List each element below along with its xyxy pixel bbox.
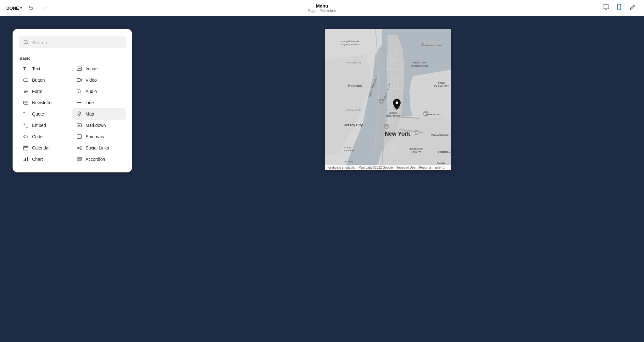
widget-item-markdown[interactable]: M Markdown bbox=[72, 120, 126, 131]
desktop-view-button[interactable] bbox=[601, 2, 611, 14]
undo-button[interactable] bbox=[26, 3, 36, 13]
svg-text:New York: New York bbox=[385, 131, 410, 137]
page-subtitle: Page · Published bbox=[308, 8, 336, 13]
widget-label-social-links: Social Links bbox=[86, 145, 109, 150]
svg-text:NAL SQUARE: NAL SQUARE bbox=[347, 109, 361, 111]
svg-text:MIDTOWN: MIDTOWN bbox=[413, 61, 426, 64]
done-label: DONE bbox=[6, 6, 19, 11]
search-box[interactable] bbox=[19, 36, 126, 48]
svg-rect-34 bbox=[25, 158, 26, 161]
svg-point-6 bbox=[78, 68, 79, 68]
social-links-icon bbox=[76, 145, 82, 150]
widget-label-audio: Audio bbox=[86, 89, 97, 94]
desktop-icon bbox=[602, 4, 609, 11]
widget-item-button[interactable]: Button bbox=[19, 74, 72, 86]
map-attribution: Keyboard shortcuts Map data ©2022 Google… bbox=[325, 165, 451, 170]
terms-link[interactable]: Terms of Use bbox=[397, 166, 415, 169]
svg-text:WILLIAMSBURG: WILLIAMSBURG bbox=[431, 134, 449, 136]
widget-label-form: Form bbox=[32, 89, 42, 94]
svg-text:State Park: State Park bbox=[344, 149, 355, 152]
summary-icon bbox=[76, 134, 82, 139]
svg-text:LOWER: LOWER bbox=[389, 112, 397, 114]
search-input[interactable] bbox=[32, 40, 121, 45]
svg-text:LONG: LONG bbox=[438, 82, 445, 84]
widget-label-button: Button bbox=[32, 78, 45, 83]
svg-rect-0 bbox=[603, 5, 609, 9]
widget-item-image[interactable]: Image bbox=[72, 63, 126, 74]
widget-label-text: Text bbox=[32, 66, 40, 71]
main-area: Basic T Text Image B bbox=[0, 16, 644, 342]
svg-rect-7 bbox=[24, 79, 28, 81]
widget-label-chart: Chart bbox=[32, 157, 43, 162]
map-svg: 78 9A 278 495 Intrepid Sea, Air & Space … bbox=[325, 29, 451, 170]
svg-text:Intrepid Sea, Air: Intrepid Sea, Air bbox=[341, 40, 359, 43]
undo-icon bbox=[28, 5, 34, 11]
svg-point-30 bbox=[80, 149, 81, 150]
widget-item-accordion[interactable]: Accordion bbox=[72, 154, 126, 165]
chart-icon bbox=[23, 157, 29, 162]
done-chevron-icon: ▾ bbox=[20, 6, 22, 10]
widget-grid: T Text Image Button bbox=[19, 63, 126, 165]
widget-label-video: Video bbox=[86, 78, 97, 83]
svg-text:": " bbox=[23, 111, 25, 116]
widget-item-summary[interactable]: Summary bbox=[72, 131, 126, 142]
mobile-view-button[interactable] bbox=[614, 2, 625, 14]
form-icon bbox=[23, 89, 29, 94]
svg-text:GREENPOINT: GREENPOINT bbox=[426, 113, 441, 116]
map-container: 78 9A 278 495 Intrepid Sea, Air & Space … bbox=[325, 29, 451, 170]
widget-label-line: Line bbox=[86, 100, 94, 105]
svg-text:Liberty: Liberty bbox=[344, 146, 351, 149]
widget-label-accordion: Accordion bbox=[86, 157, 105, 162]
svg-text:Jersey City: Jersey City bbox=[344, 123, 363, 127]
widget-item-newsletter[interactable]: Newsletter bbox=[19, 97, 72, 108]
image-icon bbox=[76, 66, 82, 71]
svg-text:Hoboken: Hoboken bbox=[348, 84, 362, 88]
widget-item-calendar[interactable]: Calendar bbox=[19, 142, 72, 154]
topbar: DONE ▾ Menu Page · Published bbox=[0, 0, 644, 16]
svg-text:ISLAND CITY: ISLAND CITY bbox=[434, 85, 449, 87]
redo-button[interactable] bbox=[40, 3, 50, 13]
calendar-icon bbox=[23, 145, 29, 150]
redo-icon bbox=[42, 5, 48, 11]
svg-text:BROOKLYN: BROOKLYN bbox=[437, 150, 451, 154]
svg-text:BROOKLYN: BROOKLYN bbox=[410, 148, 422, 150]
widget-item-line[interactable]: Line bbox=[72, 97, 126, 108]
code-icon bbox=[23, 134, 29, 139]
widget-item-code[interactable]: Code bbox=[19, 131, 72, 142]
svg-point-3 bbox=[24, 40, 27, 44]
topbar-right bbox=[601, 2, 638, 14]
widget-label-quote: Quote bbox=[32, 111, 44, 117]
button-icon bbox=[23, 78, 29, 83]
error-link[interactable]: Report a map error bbox=[419, 166, 445, 169]
svg-text:9A: 9A bbox=[385, 125, 388, 128]
embed-icon bbox=[23, 123, 29, 128]
widget-panel: Basic T Text Image B bbox=[13, 29, 132, 172]
pen-button[interactable] bbox=[627, 2, 638, 14]
markdown-icon: M bbox=[76, 123, 82, 128]
widget-item-audio[interactable]: ♪ Audio bbox=[72, 86, 126, 97]
topbar-center: Menu Page · Published bbox=[308, 3, 336, 13]
newsletter-icon bbox=[23, 100, 29, 105]
widget-item-video[interactable]: Video bbox=[72, 74, 126, 86]
done-button[interactable]: DONE ▾ bbox=[6, 6, 22, 11]
widget-item-chart[interactable]: Chart bbox=[19, 154, 72, 165]
widget-item-text[interactable]: T Text bbox=[19, 63, 72, 74]
widget-item-social-links[interactable]: Social Links bbox=[72, 142, 126, 154]
text-icon: T bbox=[23, 66, 29, 71]
svg-point-17 bbox=[79, 113, 80, 114]
widget-label-summary: Summary bbox=[86, 134, 104, 139]
keyboard-shortcuts-link[interactable]: Keyboard shortcuts bbox=[328, 166, 355, 169]
svg-text:Rockefeller Center: Rockefeller Center bbox=[422, 44, 443, 47]
section-header-basic: Basic bbox=[19, 56, 126, 61]
widget-item-map[interactable]: Map bbox=[72, 108, 126, 120]
widget-item-form[interactable]: Form bbox=[19, 86, 72, 97]
svg-rect-14 bbox=[24, 101, 28, 104]
pen-icon bbox=[629, 4, 636, 11]
svg-text:MANHATTAN: MANHATTAN bbox=[411, 64, 428, 67]
widget-label-embed: Embed bbox=[32, 123, 46, 128]
map-pin-icon bbox=[76, 111, 82, 117]
search-icon bbox=[23, 40, 29, 45]
mobile-icon bbox=[616, 4, 623, 11]
widget-item-quote[interactable]: " Quote bbox=[19, 108, 72, 120]
widget-item-embed[interactable]: Embed bbox=[19, 120, 72, 131]
